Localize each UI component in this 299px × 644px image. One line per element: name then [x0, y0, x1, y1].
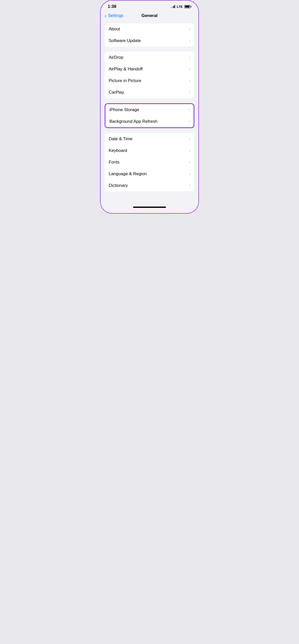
settings-group-3: iPhone Storage › Background App Refresh …	[105, 103, 194, 128]
settings-item-software-update-label: Software Update	[109, 38, 141, 43]
signal-bar-2	[172, 7, 173, 8]
settings-item-background-app-refresh[interactable]: Background App Refresh ›	[105, 116, 194, 127]
chevron-right-icon: ›	[189, 38, 190, 43]
battery-body	[184, 5, 191, 8]
status-bar: 1:38 LTE	[101, 1, 198, 11]
chevron-right-icon: ›	[188, 108, 190, 112]
settings-item-carplay-label: CarPlay	[109, 90, 124, 95]
settings-item-iphone-storage[interactable]: iPhone Storage ›	[105, 104, 194, 116]
settings-item-background-app-refresh-label: Background App Refresh	[109, 119, 157, 124]
home-bar	[133, 207, 166, 208]
back-label: Settings	[108, 13, 123, 18]
settings-item-airdrop[interactable]: AirDrop ›	[105, 52, 194, 63]
chevron-right-icon: ›	[189, 55, 190, 60]
chevron-right-icon: ›	[189, 137, 190, 141]
settings-item-language-region[interactable]: Language & Region ›	[105, 168, 194, 180]
chevron-right-icon: ›	[189, 78, 190, 83]
settings-item-carplay[interactable]: CarPlay ›	[105, 87, 194, 98]
settings-group-1: About › Software Update ›	[105, 23, 194, 47]
home-indicator	[101, 205, 198, 212]
chevron-right-icon: ›	[189, 27, 190, 31]
signal-bar-3	[173, 6, 174, 8]
settings-item-keyboard-label: Keyboard	[109, 148, 127, 153]
signal-bar-4	[174, 5, 175, 8]
back-chevron-icon: ‹	[105, 13, 106, 19]
status-time: 1:38	[108, 4, 116, 9]
settings-content: About › Software Update › AirDrop › AirP…	[101, 21, 198, 205]
settings-item-dictionary-label: Dictionary	[109, 183, 128, 188]
settings-item-keyboard[interactable]: Keyboard ›	[105, 145, 194, 156]
chevron-right-icon: ›	[189, 172, 190, 176]
settings-item-date-time[interactable]: Date & Time ›	[105, 133, 194, 145]
settings-group-2: AirDrop › AirPlay & Handoff › Picture in…	[105, 52, 194, 98]
chevron-right-icon: ›	[189, 148, 190, 153]
settings-item-about[interactable]: About ›	[105, 23, 194, 35]
lte-label: LTE	[177, 5, 183, 9]
settings-item-airdrop-label: AirDrop	[109, 55, 123, 60]
settings-item-picture-in-picture-label: Picture in Picture	[109, 78, 141, 83]
battery-tip	[191, 6, 191, 7]
settings-item-dictionary[interactable]: Dictionary ›	[105, 180, 194, 191]
chevron-right-icon: ›	[189, 183, 190, 188]
nav-bar: ‹ Settings General	[101, 11, 198, 21]
settings-item-date-time-label: Date & Time	[109, 136, 133, 142]
back-button[interactable]: ‹ Settings	[105, 13, 123, 19]
settings-group-4: Date & Time › Keyboard › Fonts › Languag…	[105, 133, 194, 191]
signal-bars-icon	[171, 5, 175, 8]
page-title: General	[141, 13, 157, 18]
settings-item-picture-in-picture[interactable]: Picture in Picture ›	[105, 75, 194, 87]
chevron-right-icon: ›	[189, 90, 190, 95]
settings-item-iphone-storage-label: iPhone Storage	[109, 107, 139, 112]
settings-item-language-region-label: Language & Region	[109, 171, 147, 176]
battery-icon	[184, 5, 191, 8]
battery-fill	[185, 6, 190, 8]
settings-item-fonts-label: Fonts	[109, 160, 120, 165]
settings-item-about-label: About	[109, 27, 120, 32]
signal-bar-1	[171, 7, 171, 8]
chevron-right-icon: ›	[189, 67, 190, 71]
settings-item-airplay-handoff[interactable]: AirPlay & Handoff ›	[105, 63, 194, 75]
phone-frame: 1:38 LTE ‹ Settings General	[100, 0, 199, 214]
settings-item-software-update[interactable]: Software Update ›	[105, 35, 194, 47]
status-icons: LTE	[171, 5, 191, 9]
chevron-right-icon: ›	[189, 160, 190, 165]
settings-item-fonts[interactable]: Fonts ›	[105, 156, 194, 168]
chevron-right-icon: ›	[188, 119, 190, 124]
settings-item-airplay-handoff-label: AirPlay & Handoff	[109, 67, 143, 72]
